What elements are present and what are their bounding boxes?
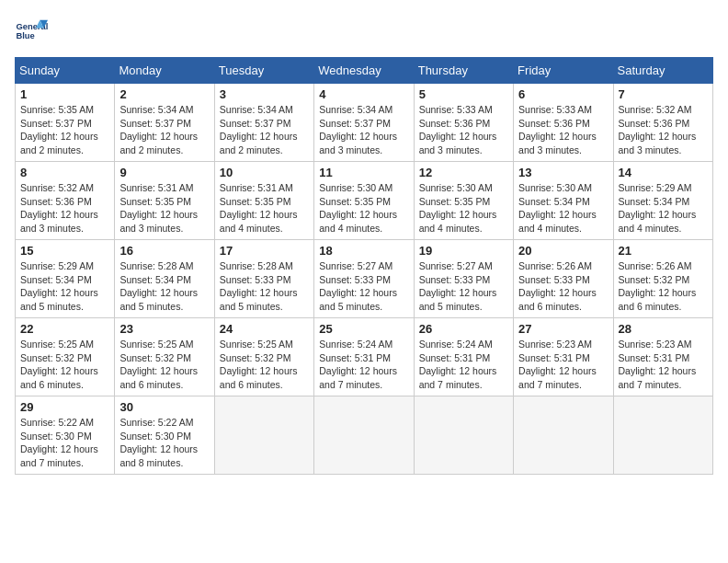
calendar-day-12: 12Sunrise: 5:30 AM Sunset: 5:35 PM Dayli… [414, 162, 513, 240]
calendar-day-15: 15Sunrise: 5:29 AM Sunset: 5:34 PM Dayli… [16, 240, 115, 318]
calendar-day-21: 21Sunrise: 5:26 AM Sunset: 5:32 PM Dayli… [613, 240, 712, 318]
calendar-day-28: 28Sunrise: 5:23 AM Sunset: 5:31 PM Dayli… [613, 318, 712, 396]
logo-icon: General Blue [15, 15, 48, 48]
weekday-header-thursday: Thursday [414, 58, 513, 84]
weekday-header-saturday: Saturday [613, 58, 712, 84]
calendar-day-19: 19Sunrise: 5:27 AM Sunset: 5:33 PM Dayli… [414, 240, 513, 318]
calendar-day-empty [214, 396, 313, 475]
calendar-day-empty [514, 396, 613, 475]
weekday-header-sunday: Sunday [16, 58, 115, 84]
calendar-day-23: 23Sunrise: 5:25 AM Sunset: 5:32 PM Dayli… [115, 318, 214, 396]
calendar-day-16: 16Sunrise: 5:28 AM Sunset: 5:34 PM Dayli… [115, 240, 214, 318]
weekday-header-row: SundayMondayTuesdayWednesdayThursdayFrid… [16, 58, 713, 84]
calendar-day-empty [414, 396, 513, 475]
calendar-day-9: 9Sunrise: 5:31 AM Sunset: 5:35 PM Daylig… [115, 162, 214, 240]
calendar-day-empty [314, 396, 414, 475]
svg-text:Blue: Blue [16, 31, 34, 40]
calendar-day-18: 18Sunrise: 5:27 AM Sunset: 5:33 PM Dayli… [314, 240, 414, 318]
calendar-day-17: 17Sunrise: 5:28 AM Sunset: 5:33 PM Dayli… [214, 240, 313, 318]
weekday-header-wednesday: Wednesday [314, 58, 414, 84]
calendar-day-25: 25Sunrise: 5:24 AM Sunset: 5:31 PM Dayli… [314, 318, 414, 396]
calendar-day-30: 30Sunrise: 5:22 AM Sunset: 5:30 PM Dayli… [115, 396, 214, 475]
calendar-day-2: 2Sunrise: 5:34 AM Sunset: 5:37 PM Daylig… [115, 84, 214, 162]
calendar-day-4: 4Sunrise: 5:34 AM Sunset: 5:37 PM Daylig… [314, 84, 414, 162]
calendar-day-empty [613, 396, 712, 475]
calendar-day-26: 26Sunrise: 5:24 AM Sunset: 5:31 PM Dayli… [414, 318, 513, 396]
calendar-day-13: 13Sunrise: 5:30 AM Sunset: 5:34 PM Dayli… [514, 162, 613, 240]
week-row-1: 1Sunrise: 5:35 AM Sunset: 5:37 PM Daylig… [16, 84, 713, 162]
calendar-day-8: 8Sunrise: 5:32 AM Sunset: 5:36 PM Daylig… [16, 162, 115, 240]
calendar-day-22: 22Sunrise: 5:25 AM Sunset: 5:32 PM Dayli… [16, 318, 115, 396]
weekday-header-tuesday: Tuesday [214, 58, 313, 84]
calendar-day-11: 11Sunrise: 5:30 AM Sunset: 5:35 PM Dayli… [314, 162, 414, 240]
calendar-day-5: 5Sunrise: 5:33 AM Sunset: 5:36 PM Daylig… [414, 84, 513, 162]
calendar-day-14: 14Sunrise: 5:29 AM Sunset: 5:34 PM Dayli… [613, 162, 712, 240]
calendar-day-7: 7Sunrise: 5:32 AM Sunset: 5:36 PM Daylig… [613, 84, 712, 162]
calendar-day-1: 1Sunrise: 5:35 AM Sunset: 5:37 PM Daylig… [16, 84, 115, 162]
week-row-3: 15Sunrise: 5:29 AM Sunset: 5:34 PM Dayli… [16, 240, 713, 318]
week-row-5: 29Sunrise: 5:22 AM Sunset: 5:30 PM Dayli… [16, 396, 713, 475]
calendar-table: SundayMondayTuesdayWednesdayThursdayFrid… [15, 57, 713, 475]
calendar-day-29: 29Sunrise: 5:22 AM Sunset: 5:30 PM Dayli… [16, 396, 115, 475]
week-row-2: 8Sunrise: 5:32 AM Sunset: 5:36 PM Daylig… [16, 162, 713, 240]
page-header: General Blue [15, 15, 713, 48]
calendar-day-27: 27Sunrise: 5:23 AM Sunset: 5:31 PM Dayli… [514, 318, 613, 396]
calendar-day-6: 6Sunrise: 5:33 AM Sunset: 5:36 PM Daylig… [514, 84, 613, 162]
weekday-header-monday: Monday [115, 58, 214, 84]
calendar-day-20: 20Sunrise: 5:26 AM Sunset: 5:33 PM Dayli… [514, 240, 613, 318]
calendar-day-10: 10Sunrise: 5:31 AM Sunset: 5:35 PM Dayli… [214, 162, 313, 240]
weekday-header-friday: Friday [514, 58, 613, 84]
week-row-4: 22Sunrise: 5:25 AM Sunset: 5:32 PM Dayli… [16, 318, 713, 396]
calendar-day-3: 3Sunrise: 5:34 AM Sunset: 5:37 PM Daylig… [214, 84, 313, 162]
calendar-day-24: 24Sunrise: 5:25 AM Sunset: 5:32 PM Dayli… [214, 318, 313, 396]
logo: General Blue [15, 15, 48, 48]
